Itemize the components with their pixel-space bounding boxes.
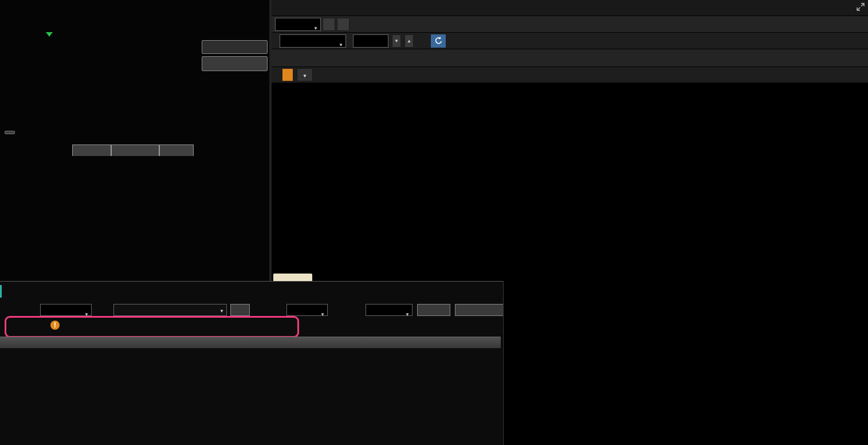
range-mode-select[interactable]: ▼ [280, 34, 346, 48]
detail-button[interactable] [230, 304, 250, 316]
register-button[interactable]: ▼ [297, 68, 313, 81]
product-type-select[interactable]: ▼ [40, 304, 92, 316]
chart-toolbar: ▼ [272, 16, 868, 32]
chart-tab-bar [272, 0, 868, 16]
order-book-header [5, 145, 265, 156]
prev-button[interactable] [323, 18, 335, 31]
title-accent-bar [0, 285, 2, 298]
preset-toolbar: ▼ [272, 67, 868, 83]
edit-button[interactable] [282, 69, 293, 81]
composite-board-button[interactable] [5, 131, 15, 134]
output-period-select[interactable]: ▼ [366, 304, 413, 316]
account-type-select[interactable]: ▼ [286, 304, 328, 316]
price-header [111, 145, 159, 156]
trading-app: ▼ ▼ ▼ ▲ ▼ [0, 0, 868, 445]
avg-acquisition-button[interactable] [455, 304, 503, 316]
register-stock-button[interactable] [202, 56, 268, 71]
range-toolbar: ▼ ▼ ▲ [272, 33, 868, 49]
symbol-search-combo[interactable]: ▼ [113, 304, 227, 316]
pnl-table [0, 337, 501, 349]
drawing-toolbar [272, 49, 868, 67]
symbol-search-input[interactable] [114, 305, 218, 316]
warning-icon: ! [50, 321, 60, 330]
turnover-row [0, 112, 269, 124]
buy-qty-header [159, 145, 194, 156]
search-button[interactable] [417, 304, 450, 316]
count-down-button[interactable]: ▼ [392, 34, 401, 48]
bar-count-input[interactable] [353, 34, 388, 48]
realized-pnl-window: ▼ ▼ ▼ ▼ ! [0, 281, 504, 445]
volume-row [0, 100, 269, 111]
reset-range-button[interactable] [431, 34, 446, 48]
interval-select[interactable]: ▼ [275, 18, 321, 31]
order-book [5, 145, 265, 156]
down-arrow-icon [46, 32, 53, 37]
count-up-button[interactable]: ▲ [404, 34, 414, 48]
next-button[interactable] [337, 18, 349, 31]
trade-caution-button[interactable] [202, 40, 268, 54]
pnl-table-header [0, 337, 501, 349]
sell-qty-header [72, 145, 111, 156]
pnl-highlight-annotation [5, 316, 299, 338]
expand-icon[interactable] [857, 3, 865, 13]
